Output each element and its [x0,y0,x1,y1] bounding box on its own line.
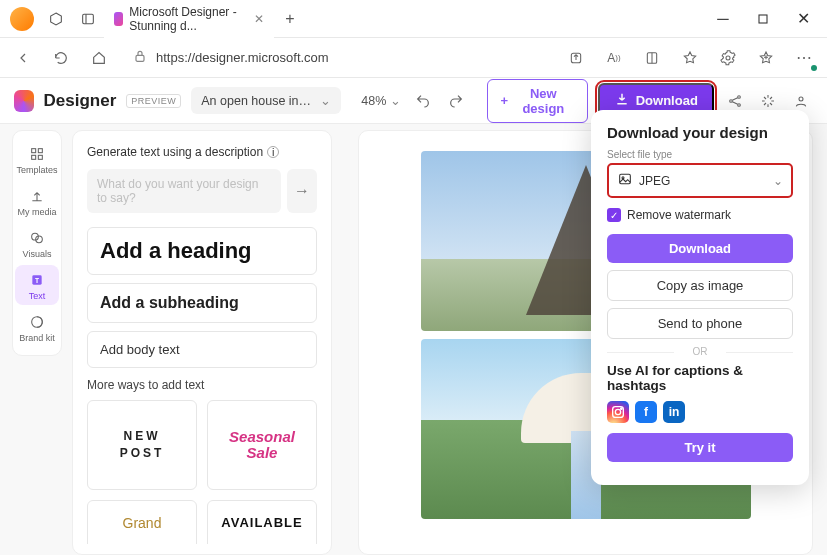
text-template-new-post[interactable]: NEWPOST [87,400,197,490]
new-tab-button[interactable]: + [274,3,306,35]
add-subheading-button[interactable]: Add a subheading [87,283,317,323]
instagram-icon[interactable] [607,401,629,423]
tab-favicon [114,12,123,26]
svg-rect-2 [136,55,144,61]
linkedin-icon[interactable]: in [663,401,685,423]
browser-address-bar: https://designer.microsoft.com A)) ⋯ [0,38,827,78]
rail-label: Text [29,291,46,301]
svg-rect-11 [38,149,42,153]
url-field[interactable]: https://designer.microsoft.com [122,43,553,73]
image-icon [617,171,633,190]
workspaces-icon[interactable] [40,3,72,35]
browser-tab[interactable]: Microsoft Designer - Stunning d... ✕ [104,0,274,39]
svg-point-7 [738,95,741,98]
text-template-seasonal-sale[interactable]: SeasonalSale [207,400,317,490]
tab-close-icon[interactable]: ✕ [254,12,264,26]
rail-visuals[interactable]: Visuals [15,223,59,263]
svg-rect-10 [32,149,36,153]
facebook-icon[interactable]: f [635,401,657,423]
browser-titlebar: Microsoft Designer - Stunning d... ✕ + ─… [0,0,827,38]
svg-point-9 [799,97,803,101]
nav-refresh-icon[interactable] [46,43,76,73]
remove-watermark-label: Remove watermark [627,208,731,222]
svg-point-8 [738,103,741,106]
send-to-phone-button[interactable]: Send to phone [607,308,793,339]
redo-icon[interactable] [444,88,467,114]
checkmark-icon: ✓ [607,208,621,222]
info-icon[interactable]: i [267,146,279,158]
window-maximize[interactable] [743,4,783,34]
rail-label: Templates [16,165,57,175]
sidebar-toggle-icon[interactable] [72,3,104,35]
more-ways-label: More ways to add text [87,378,317,392]
rail-templates[interactable]: Templates [15,139,59,179]
social-icons: f in [607,401,793,423]
generate-text-input[interactable]: What do you want your design to say? [87,169,281,213]
ai-captions-title: Use AI for captions & hashtags [607,363,793,393]
svg-rect-13 [38,155,42,159]
chevron-down-icon: ⌄ [320,93,331,108]
text-template-available[interactable]: AVAILABLE [207,500,317,544]
window-close[interactable]: ✕ [783,4,823,34]
filetype-label: Select file type [607,149,793,160]
app-brand: Designer [44,91,117,111]
rail-text[interactable]: T Text [15,265,59,305]
plus-icon: + [500,93,508,108]
reading-icon[interactable] [637,43,667,73]
collections-icon[interactable] [751,43,781,73]
add-body-text-button[interactable]: Add body text [87,331,317,368]
zoom-control[interactable]: 48% ⌄ [361,93,401,108]
rail-label: Visuals [23,249,52,259]
rail-label: Brand kit [19,333,55,343]
rail-label: My media [17,207,56,217]
generate-label: Generate text using a description i [87,145,317,159]
url-text: https://designer.microsoft.com [156,50,329,65]
text-template-grand[interactable]: Grand [87,500,197,544]
nav-home-icon[interactable] [84,43,114,73]
document-selector[interactable]: An open house invite ... ⌄ [191,87,341,114]
read-aloud-icon[interactable]: A)) [599,43,629,73]
svg-rect-19 [620,174,631,183]
copy-as-image-button[interactable]: Copy as image [607,270,793,301]
visuals-icon [28,229,46,247]
svg-rect-12 [32,155,36,159]
svg-text:T: T [35,277,39,284]
text-icon: T [28,271,46,289]
remove-watermark-checkbox[interactable]: ✓ Remove watermark [607,208,793,222]
add-heading-button[interactable]: Add a heading [87,227,317,275]
share-icon[interactable] [561,43,591,73]
svg-point-23 [621,408,622,409]
window-minimize[interactable]: ─ [703,4,743,34]
app-logo[interactable] [14,90,34,112]
generate-submit-button[interactable]: → [287,169,317,213]
svg-point-6 [730,99,733,102]
lock-icon [132,48,148,67]
filetype-value: JPEG [639,174,670,188]
document-name: An open house invite ... [201,94,312,108]
try-it-button[interactable]: Try it [607,433,793,462]
download-panel: Download your design Select file type JP… [591,110,809,485]
favorite-icon[interactable] [675,43,705,73]
extensions-icon[interactable] [713,43,743,73]
rail-brand-kit[interactable]: Brand kit [15,307,59,347]
brandkit-icon [28,313,46,331]
templates-icon [28,145,46,163]
undo-icon[interactable] [411,88,434,114]
tab-title: Microsoft Designer - Stunning d... [129,5,248,33]
download-confirm-button[interactable]: Download [607,234,793,263]
download-icon [614,91,630,110]
or-divider: OR [607,346,793,357]
nav-back-icon[interactable] [8,43,38,73]
svg-rect-1 [759,15,767,23]
menu-icon[interactable]: ⋯ [789,43,819,73]
text-panel: Generate text using a description i What… [72,130,332,555]
preview-badge: PREVIEW [126,94,181,108]
svg-point-22 [615,409,620,414]
filetype-select[interactable]: JPEG ⌄ [607,163,793,198]
new-design-button[interactable]: + New design [487,79,587,123]
rail-my-media[interactable]: My media [15,181,59,221]
svg-rect-0 [83,14,94,23]
download-label: Download [636,93,698,108]
profile-avatar[interactable] [10,7,34,31]
chevron-down-icon: ⌄ [773,174,783,188]
